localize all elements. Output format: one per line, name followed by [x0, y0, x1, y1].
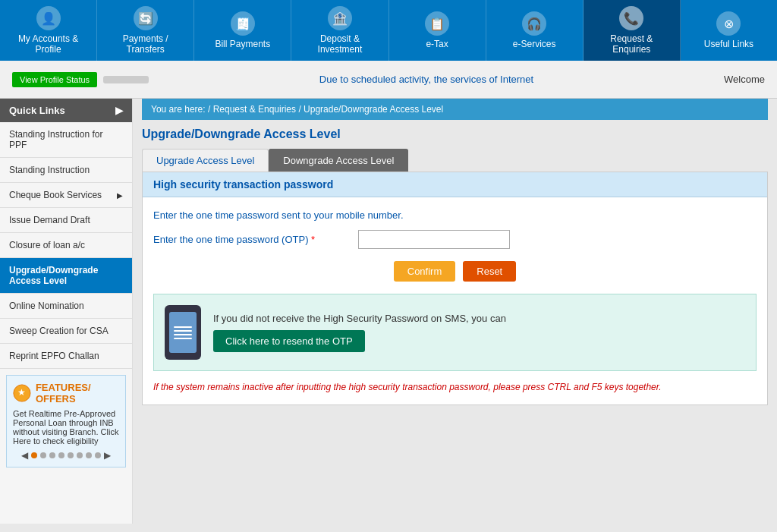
- confirm-button[interactable]: Confirm: [394, 261, 456, 282]
- tab-downgrade[interactable]: Downgrade Access Level: [269, 149, 408, 172]
- cheque-book-arrow-icon: ▶: [117, 191, 123, 200]
- sidebar: Quick Links ▶ Standing Instruction for P…: [0, 99, 133, 524]
- button-row: Confirm Reset: [153, 261, 757, 282]
- otp-instruction: Enter the one time password sent to your…: [153, 209, 757, 221]
- sidebar-header: Quick Links ▶: [0, 99, 132, 122]
- dot-1: [31, 452, 37, 458]
- view-profile-button[interactable]: View Profile Status: [12, 72, 97, 87]
- profile-area: View Profile Status: [12, 72, 209, 87]
- sidebar-item-reprint-epfo[interactable]: Reprint EPFO Challan: [0, 344, 132, 369]
- top-navigation: 👤 My Accounts & Profile 🔄 Payments / Tra…: [0, 0, 777, 61]
- phone-line-3: [174, 334, 192, 335]
- phone-screen-lines: [174, 326, 192, 339]
- dot-6: [77, 452, 83, 458]
- carousel-dots: ◀ ▶: [13, 450, 119, 461]
- nav-useful[interactable]: ⊗ Useful Links: [681, 0, 777, 61]
- sidebar-item-sweep-creation[interactable]: Sweep Creation for CSA: [0, 319, 132, 344]
- required-marker: *: [311, 234, 315, 245]
- nav-eservices[interactable]: 🎧 e-Services: [486, 0, 584, 61]
- phone-line-1: [174, 326, 192, 328]
- content-area: You are here: / Request & Enquiries / Up…: [133, 99, 777, 524]
- page-title: Upgrade/Downgrade Access Level: [142, 127, 768, 141]
- carousel-prev-icon[interactable]: ◀: [21, 450, 28, 461]
- sub-header: View Profile Status Due to scheduled act…: [0, 61, 777, 99]
- dot-3: [49, 452, 55, 458]
- dot-7: [86, 452, 92, 458]
- main-wrapper: Quick Links ▶ Standing Instruction for P…: [0, 99, 777, 524]
- breadcrumb-link[interactable]: Request & Enquiries: [213, 104, 296, 115]
- dot-5: [68, 452, 74, 458]
- features-body: Get Realtime Pre-Approved Personal Loan …: [13, 409, 119, 445]
- otp-form-row: Enter the one time password (OTP) *: [153, 230, 757, 249]
- nav-payments[interactable]: 🔄 Payments / Transfers: [97, 0, 194, 61]
- sidebar-arrow-icon: ▶: [115, 105, 123, 116]
- features-offers-box[interactable]: ★ FEATURES/ OFFERS Get Realtime Pre-Appr…: [6, 375, 126, 467]
- sidebar-item-demand-draft[interactable]: Issue Demand Draft: [0, 208, 132, 233]
- tabs: Upgrade Access Level Downgrade Access Le…: [142, 149, 768, 172]
- nav-my-accounts[interactable]: 👤 My Accounts & Profile: [0, 0, 97, 61]
- form-panel-body: Enter the one time password sent to your…: [143, 197, 767, 405]
- eservices-icon: 🎧: [522, 11, 546, 36]
- otp-resend-box: If you did not receive the High Security…: [153, 294, 757, 371]
- warning-text: If the system remains inactive after inp…: [153, 382, 757, 392]
- payments-icon: 🔄: [134, 6, 158, 30]
- welcome-text: Welcome: [643, 74, 765, 85]
- carousel-nav: ★ FEATURES/ OFFERS: [13, 382, 119, 405]
- sidebar-item-standing-instruction[interactable]: Standing Instruction: [0, 158, 132, 183]
- etax-icon: 📋: [425, 11, 449, 36]
- features-icon: ★: [13, 382, 31, 404]
- otp-input[interactable]: [358, 230, 510, 249]
- nav-request[interactable]: 📞 Request & Enquiries: [584, 0, 681, 61]
- sidebar-item-standing-ppf[interactable]: Standing Instruction for PPF: [0, 122, 132, 158]
- form-section-title: High security transaction password: [143, 172, 767, 197]
- reset-button[interactable]: Reset: [463, 261, 516, 282]
- useful-icon: ⊗: [716, 11, 741, 36]
- nav-etax[interactable]: 📋 e-Tax: [389, 0, 486, 61]
- phone-line-4: [174, 338, 192, 339]
- phone-line-2: [174, 330, 192, 332]
- nav-deposit[interactable]: 🏦 Deposit & Investment: [291, 0, 388, 61]
- bill-payments-icon: 🧾: [231, 11, 255, 36]
- dot-4: [58, 452, 64, 458]
- marquee-text: Due to scheduled activity, the services …: [209, 74, 643, 85]
- resend-message: If you did not receive the High Security…: [213, 313, 506, 324]
- carousel-next-icon[interactable]: ▶: [104, 450, 111, 461]
- resend-otp-button[interactable]: Click here to resend the OTP: [213, 330, 365, 352]
- form-panel: High security transaction password Enter…: [142, 172, 768, 405]
- tab-upgrade[interactable]: Upgrade Access Level: [142, 149, 269, 172]
- sidebar-item-online-nomination[interactable]: Online Nomination: [0, 294, 132, 319]
- nav-bill-payments[interactable]: 🧾 Bill Payments: [194, 0, 291, 61]
- dot-2: [40, 452, 46, 458]
- deposit-icon: 🏦: [328, 6, 352, 30]
- profile-progress-bar: [103, 76, 149, 83]
- sidebar-item-upgrade-downgrade[interactable]: Upgrade/Downgrade Access Level: [0, 258, 132, 294]
- svg-text:★: ★: [17, 387, 26, 398]
- resend-content: If you did not receive the High Security…: [213, 313, 506, 352]
- breadcrumb: You are here: / Request & Enquiries / Up…: [142, 99, 768, 120]
- sidebar-item-cheque-book[interactable]: Cheque Book Services ▶: [0, 183, 132, 208]
- otp-field-label: Enter the one time password (OTP) *: [153, 234, 351, 245]
- phone-image: [165, 305, 201, 360]
- sidebar-item-closure-loan[interactable]: Closure of loan a/c: [0, 233, 132, 258]
- dot-8: [95, 452, 101, 458]
- my-accounts-icon: 👤: [36, 6, 61, 30]
- phone-screen: [169, 312, 197, 353]
- request-icon: 📞: [619, 6, 643, 30]
